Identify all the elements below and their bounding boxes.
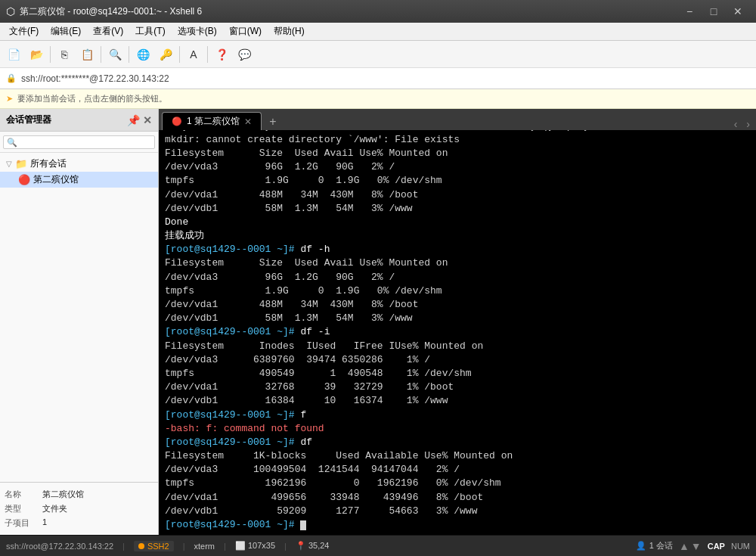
hint-arrow-icon: ➤: [6, 94, 13, 104]
nav-down-arrow[interactable]: ▼: [691, 540, 702, 552]
sidebar-item-funeral-home[interactable]: 🔴 第二殡仪馆: [0, 172, 158, 188]
sidebar-close-icon[interactable]: ✕: [143, 114, 152, 126]
sidebar-item-all-sessions[interactable]: ▽ 📁 所有会话: [0, 156, 158, 172]
terminal-line: [root@sq1429--0001 ~]# f: [165, 408, 750, 422]
status-sep4: |: [284, 542, 287, 551]
toolbar-chat[interactable]: 💬: [234, 44, 255, 65]
tab-navigation: ‹ ›: [731, 118, 753, 130]
terminal-line: 挂载成功: [165, 229, 750, 243]
prop-children: 子项目 1: [5, 516, 153, 530]
toolbar-paste[interactable]: 📋: [76, 44, 98, 65]
status-xterm: xterm: [194, 542, 215, 551]
sidebar-search-area: [0, 132, 158, 153]
terminal-line: [root@sq1429--0001 ~]# df: [165, 436, 750, 449]
tab-label: 1 第二殡仪馆: [187, 115, 240, 128]
status-cap-label: CAP: [708, 542, 725, 551]
terminal-output[interactable]: +---------------------------------------…: [159, 130, 756, 535]
menu-item-e[interactable]: 编辑(E): [45, 23, 87, 39]
tabbar: 🔴 1 第二殡仪馆 ✕ + ‹ ›: [159, 109, 756, 130]
sidebar-header: 会话管理器 📌 ✕: [0, 109, 158, 132]
status-position: 📍 35,24: [296, 541, 330, 551]
terminal-line: Filesystem Size Used Avail Use% Mounted …: [165, 256, 750, 270]
terminal-line: /dev/vdb1 16384 10 16374 1% /www: [165, 394, 750, 408]
toolbar-help[interactable]: ❓: [211, 44, 232, 65]
tab-prev-button[interactable]: ‹: [731, 118, 741, 130]
terminal-line: [root@sq1429--0001 ~]# df -i: [165, 325, 750, 339]
ssh-label: SSH2: [147, 542, 169, 551]
toolbar-copy[interactable]: ⎘: [54, 44, 75, 65]
address-text: ssh://root:********@172.22.30.143:22: [21, 73, 169, 84]
terminal-line: tmpfs 490549 1 490548 1% /dev/shm: [165, 367, 750, 381]
maximize-button[interactable]: □: [702, 0, 726, 23]
status-address: ssh://root@172.22.30.143:22: [6, 542, 113, 551]
sidebar-search-input[interactable]: [3, 135, 155, 149]
terminal-line: /dev/vda1 488M 34M 430M 8% /boot: [165, 188, 750, 202]
nav-up-arrow[interactable]: ▲: [679, 540, 689, 552]
menu-item-v[interactable]: 查看(V): [87, 23, 129, 39]
terminal-line: Done: [165, 216, 750, 229]
sessions-icon: 👤: [636, 541, 646, 551]
toolbar-sep1: [50, 46, 51, 63]
prop-name: 名称 第二殡仪馆: [5, 487, 153, 502]
tab-add-button[interactable]: +: [265, 113, 281, 130]
terminal-line: /dev/vda1 32768 39 32729 1% /boot: [165, 381, 750, 394]
tab-funeral-home[interactable]: 🔴 1 第二殡仪馆 ✕: [162, 112, 262, 130]
terminal-line: /dev/vda3 6389760 39474 6350286 1% /: [165, 353, 750, 367]
sessions-label: 1 会话: [649, 540, 673, 551]
toolbar-key[interactable]: 🔑: [155, 44, 176, 65]
toolbar-new[interactable]: 📄: [3, 44, 24, 65]
toolbar-search[interactable]: 🔍: [104, 44, 125, 65]
terminal-line: /dev/vdb1 58M 1.3M 54M 3% /www: [165, 312, 750, 325]
toolbar-sep2: [101, 46, 101, 63]
menu-item-t[interactable]: 工具(T): [129, 23, 171, 39]
terminal-line: mkdir: cannot create directory `/www': F…: [165, 133, 750, 147]
folder-icon: 📁: [15, 158, 27, 169]
terminal-content: 🔴 1 第二殡仪馆 ✕ + ‹ › +---------------------…: [159, 109, 756, 535]
status-sep2: |: [183, 542, 185, 551]
sidebar-properties: 名称 第二殡仪馆 类型 文件夹 子项目 1: [0, 482, 158, 535]
toolbar-font[interactable]: A: [183, 44, 204, 65]
terminal-line: /dev/vdb1 58M 1.3M 54M 3% /www: [165, 202, 750, 216]
ssh-dot-icon: [138, 543, 144, 549]
tab-close-icon[interactable]: ✕: [244, 116, 252, 127]
status-num-label: NUM: [731, 542, 750, 551]
terminal-line: [root@sq1429--0001 ~]#: [165, 518, 750, 532]
hintbar: ➤ 要添加当前会话，点击左侧的箭头按钮。: [0, 89, 756, 109]
toolbar-open[interactable]: 📂: [26, 44, 47, 65]
menu-item-f[interactable]: 文件(F): [3, 23, 45, 39]
terminal-line: /dev/vda3 96G 1.2G 90G 2% /: [165, 160, 750, 174]
lock-icon: 🔒: [6, 73, 17, 83]
sidebar-pin-icon[interactable]: 📌: [127, 114, 140, 126]
terminal-line: tmpfs 1.9G 0 1.9G 0% /dev/shm: [165, 174, 750, 188]
sidebar-item-label2: 第二殡仪馆: [33, 173, 79, 186]
tab-session-icon: 🔴: [172, 116, 182, 126]
close-button[interactable]: ✕: [726, 0, 750, 23]
minimize-button[interactable]: −: [677, 0, 702, 23]
prop-type: 类型 文件夹: [5, 502, 153, 516]
terminal-line: Filesystem 1K-blocks Used Available Use%…: [165, 449, 750, 463]
addrbar: 🔒 ssh://root:********@172.22.30.143:22: [0, 68, 756, 89]
terminal-cursor: [300, 520, 306, 530]
status-sep3: |: [224, 542, 226, 551]
menu-item-h[interactable]: 帮助(H): [268, 23, 311, 39]
terminal-line: Filesystem Inodes IUsed IFree IUse% Moun…: [165, 340, 750, 353]
status-right-area: 👤 1 会话 ▲ ▼ CAP NUM: [636, 540, 750, 552]
toolbar-connect[interactable]: 🌐: [132, 44, 153, 65]
app-icon: ⬡: [6, 5, 15, 17]
status-sessions: 👤 1 会话: [636, 540, 673, 551]
terminal-line: /dev/vda3 100499504 1241544 94147044 2% …: [165, 463, 750, 477]
hint-text: 要添加当前会话，点击左侧的箭头按钮。: [17, 93, 167, 104]
menu-item-w[interactable]: 窗口(W): [223, 23, 268, 39]
status-nav-arrows: ▲ ▼: [679, 540, 702, 552]
expand-icon: ▽: [6, 160, 12, 168]
terminal-line: /dev/vda1 499656 33948 439496 8% /boot: [165, 491, 750, 505]
toolbar: 📄 📂 ⎘ 📋 🔍 🌐 🔑 A ❓ 💬: [0, 41, 756, 68]
sidebar: 会话管理器 📌 ✕ ▽ 📁 所有会话 🔴 第二殡仪馆 名称: [0, 109, 159, 535]
toolbar-sep4: [179, 46, 180, 63]
terminal-line: tmpfs 1962196 0 1962196 0% /dev/shm: [165, 477, 750, 490]
menu-item-b[interactable]: 选项卡(B): [172, 23, 223, 39]
terminal-line: /dev/vda1 488M 34M 430M 8% /boot: [165, 298, 750, 312]
menubar: 文件(F)编辑(E)查看(V)工具(T)选项卡(B)窗口(W)帮助(H): [0, 23, 756, 41]
status-sep1: |: [122, 542, 125, 551]
tab-next-button[interactable]: ›: [743, 118, 753, 130]
